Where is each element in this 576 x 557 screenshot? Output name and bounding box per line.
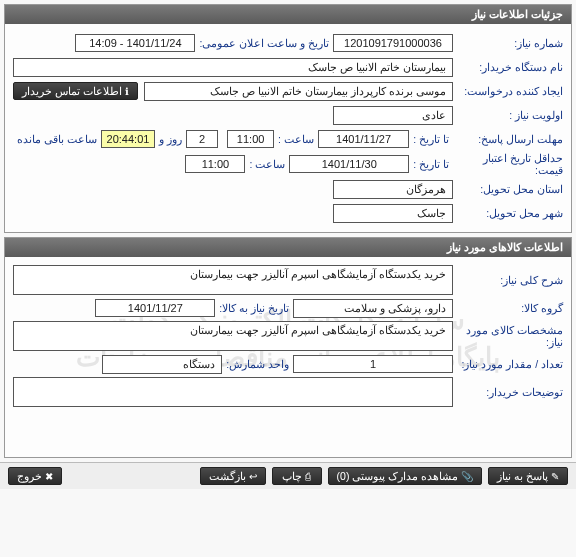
reply-icon: ✎	[551, 471, 559, 482]
info-icon: ℹ	[125, 86, 129, 97]
panel1-title: جزئیات اطلاعات نیاز	[5, 5, 571, 24]
buyer-value: بیمارستان خاتم الانبیا ص جاسک	[13, 58, 453, 77]
need-no-value: 1201091791000036	[333, 34, 453, 52]
province-label: استان محل تحویل:	[453, 183, 563, 195]
city-value: جاسک	[333, 204, 453, 223]
announce-value: 1401/11/24 - 14:09	[75, 34, 195, 52]
attachment-icon: 📎	[461, 471, 473, 482]
group-value: دارو، پزشکی و سلامت	[293, 299, 453, 318]
deadline-time: 11:00	[227, 130, 274, 148]
view-attachments-button[interactable]: 📎 مشاهده مدارک پیوستی (0)	[328, 467, 483, 485]
province-value: هرمزگان	[333, 180, 453, 199]
attach-label: مشاهده مدارک پیوستی (0)	[337, 470, 459, 482]
exit-button[interactable]: ✖ خروج	[8, 467, 62, 485]
goods-info-panel: اطلاعات کالاهای مورد نیاز سامانه تدارکات…	[4, 237, 572, 458]
time-label-2: ساعت :	[245, 158, 289, 170]
need-no-label: شماره نیاز:	[453, 37, 563, 49]
contact-buyer-button[interactable]: ℹ اطلاعات تماس خریدار	[13, 82, 138, 100]
remain-label: ساعت باقی مانده	[13, 133, 101, 145]
price-valid-time: 11:00	[185, 155, 245, 173]
city-label: شهر محل تحویل:	[453, 207, 563, 219]
deadline-label: مهلت ارسال پاسخ:	[453, 133, 563, 145]
group-label: گروه کالا:	[453, 302, 563, 314]
need-date-label: تاریخ نیاز به کالا:	[215, 302, 293, 314]
qty-label: تعداد / مقدار مورد نیاز:	[453, 358, 563, 370]
unit-value: دستگاه	[102, 355, 222, 374]
buyer-label: نام دستگاه خریدار:	[453, 61, 563, 73]
buyer-note-label: توضیحات خریدار:	[453, 386, 563, 398]
back-button[interactable]: ↩ بازگشت	[200, 467, 266, 485]
days-label: روز و	[155, 133, 186, 145]
back-label: بازگشت	[209, 470, 246, 482]
contact-btn-label: اطلاعات تماس خریدار	[22, 85, 122, 97]
desc-label: شرح کلی نیاز:	[453, 274, 563, 286]
spec-value: خرید یکدستگاه آزمایشگاهی اسپرم آنالیزر ج…	[13, 321, 453, 351]
price-valid-label: حداقل تاریخ اعتبار قیمت:	[453, 152, 563, 176]
announce-label: تاریخ و ساعت اعلان عمومی:	[195, 37, 333, 49]
need-details-panel: جزئیات اطلاعات نیاز شماره نیاز: 12010917…	[4, 4, 572, 233]
print-label: چاپ	[282, 470, 302, 482]
print-icon: ⎙	[305, 471, 311, 482]
requester-label: ایجاد کننده درخواست:	[453, 85, 563, 97]
panel2-title: اطلاعات کالاهای مورد نیاز	[5, 238, 571, 257]
reply-need-button[interactable]: ✎ پاسخ به نیاز	[488, 467, 568, 485]
desc-value: خرید یکدستگاه آزمایشگاهی اسپرم آنالیزر ج…	[13, 265, 453, 295]
spec-label: مشخصات کالای مورد نیاز:	[453, 324, 563, 348]
to-date-label-2: تا تاریخ :	[409, 158, 453, 170]
need-date-value: 1401/11/27	[95, 299, 215, 317]
time-label-1: ساعت :	[274, 133, 318, 145]
requester-value: موسی برنده کارپرداز بیمارستان خاتم الانب…	[144, 82, 453, 101]
price-valid-date: 1401/11/30	[289, 155, 409, 173]
exit-icon: ✖	[45, 471, 53, 482]
unit-label: واحد شمارش:	[222, 358, 293, 370]
days-remaining: 2	[186, 130, 218, 148]
priority-value: عادی	[333, 106, 453, 125]
priority-label: اولویت نیاز :	[453, 109, 563, 121]
action-toolbar: ✎ پاسخ به نیاز 📎 مشاهده مدارک پیوستی (0)…	[0, 462, 576, 489]
back-icon: ↩	[249, 471, 257, 482]
countdown-timer: 20:44:01	[101, 130, 155, 148]
buyer-note-value	[13, 377, 453, 407]
qty-value: 1	[293, 355, 453, 373]
reply-label: پاسخ به نیاز	[497, 470, 548, 482]
exit-label: خروج	[17, 470, 42, 482]
to-date-label: تا تاریخ :	[409, 133, 453, 145]
deadline-date: 1401/11/27	[318, 130, 409, 148]
print-button[interactable]: ⎙ چاپ	[272, 467, 322, 485]
